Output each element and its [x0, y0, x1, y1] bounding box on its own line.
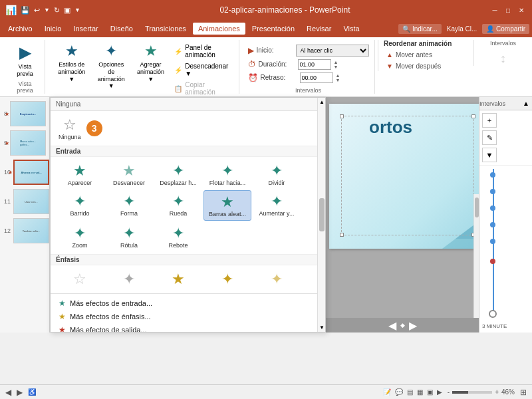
scroll-up-arrow[interactable]: ▲ — [318, 98, 325, 106]
timeline-collapse[interactable]: ▲ — [520, 100, 532, 107]
slide-thumb-11[interactable]: 11 Usar con... — [3, 188, 47, 215]
slide-preview-12[interactable]: Tambiar solis... — [13, 218, 49, 243]
notes-btn[interactable]: 📝 — [383, 388, 391, 396]
menu-inicio[interactable]: Inicio — [39, 23, 67, 35]
menu-vista[interactable]: Vista — [338, 23, 364, 35]
zoom-plus-btn[interactable]: + — [495, 388, 499, 396]
anim-aumentar[interactable]: ✦ Aumentar y... — [253, 190, 301, 221]
anim-aparecer[interactable]: ★ Aparecer — [56, 160, 104, 189]
anim-enfasis-2[interactable]: ✦ — [105, 268, 153, 291]
add-animation-btn[interactable]: ★ Agregaranimación ▼ — [132, 40, 169, 85]
inicio-icon: ▶ — [248, 46, 254, 55]
move-after-btn[interactable]: ▼ Mover después — [384, 61, 471, 71]
view-normal[interactable]: ▤ — [407, 388, 413, 396]
duracion-arrows[interactable]: ▲ ▼ — [334, 60, 338, 69]
anim-enfasis-4[interactable]: ✦ — [203, 268, 251, 291]
more-enfasis-link[interactable]: ★ Más efectos de énfasis... — [56, 310, 312, 323]
menu-transiciones[interactable]: Transiciones — [140, 23, 192, 35]
animation-options-btn[interactable]: ✦ Opciones deanimación ▼ — [92, 40, 129, 92]
menu-presentacion[interactable]: Presentación — [247, 23, 300, 35]
menu-insertar[interactable]: Insertar — [68, 23, 103, 35]
accessibility-icon[interactable]: ♿ — [28, 388, 36, 396]
anim-enfasis-3[interactable]: ★ — [154, 268, 202, 291]
anim-dividir[interactable]: ✦ Dividir — [253, 160, 301, 189]
slide-nav-next[interactable]: ▶ — [17, 388, 23, 397]
maximize-btn[interactable]: □ — [503, 5, 513, 15]
menu-animaciones[interactable]: Animaciones — [193, 23, 245, 35]
menu-archivo[interactable]: Archivo — [3, 23, 38, 35]
duracion-up[interactable]: ▲ — [334, 60, 338, 65]
timeline-filter-btn[interactable]: ▼ — [482, 148, 497, 162]
anim-barrido[interactable]: ✦ Barrido — [56, 190, 104, 221]
ribbon-group-intervals: Intervalos ↕ — [473, 40, 527, 66]
fit-slide-btn[interactable]: ⊞ — [520, 388, 527, 397]
user-label: Kayla Cl... — [447, 25, 477, 33]
undo-btn[interactable]: ↩ — [34, 6, 40, 15]
slide-preview-8[interactable]: Empieza tu... — [10, 101, 46, 126]
slide-preview-10[interactable]: Ahorca cre vol... — [13, 160, 49, 185]
more-entrada-link[interactable]: ★ Más efectos de entrada... — [56, 297, 312, 310]
view-reading[interactable]: ▣ — [427, 388, 433, 396]
move-before-btn[interactable]: ▲ Mover antes — [384, 50, 471, 60]
slide-prev-btn[interactable]: ◀ — [388, 319, 396, 332]
copy-animation-btn[interactable]: 📋Copiar animación — [172, 80, 233, 97]
menu-diseno[interactable]: Diseño — [105, 23, 138, 35]
zoom-slider[interactable] — [452, 391, 492, 394]
handle-tr[interactable] — [471, 114, 475, 118]
timeline-edit-btn[interactable]: ✎ — [482, 130, 497, 145]
handle-bl[interactable] — [340, 233, 344, 237]
animation-styles-btn[interactable]: ★ Estilos deanimación ▼ — [53, 40, 90, 85]
anim-enfasis-5[interactable]: ✦ — [253, 268, 301, 291]
menu-revisar[interactable]: Revisar — [301, 23, 336, 35]
handle-tl[interactable] — [340, 114, 344, 118]
slide-next-btn[interactable]: ▶ — [409, 319, 417, 332]
comments-btn[interactable]: 💬 — [395, 388, 403, 396]
slide-anim-badge-9: ★ — [5, 140, 9, 146]
timeline-add-btn[interactable]: + — [482, 113, 497, 128]
retraso-input[interactable] — [300, 72, 333, 83]
anim-zoom[interactable]: ✦ Zoom — [56, 222, 104, 251]
anim-rotula[interactable]: ✦ Rótula — [105, 222, 153, 251]
anim-flotar[interactable]: ✦ Flotar hacia... — [203, 160, 251, 189]
slide-preview-9[interactable]: Marco colro...golfes... — [10, 130, 46, 156]
inicio-select[interactable]: Al hacer clic Con anterior Después del a… — [296, 45, 369, 57]
anim-barras[interactable]: ★ Barras aleat... — [203, 190, 251, 221]
redo-btn[interactable]: ↻ — [54, 6, 60, 15]
anim-rebote[interactable]: ✦ Rebote — [154, 222, 202, 251]
slide-thumb-9[interactable]: 9 ★ Marco colro...golfes... — [3, 129, 47, 157]
retraso-up[interactable]: ▲ — [336, 73, 340, 78]
undo-arrow[interactable]: ▼ — [44, 7, 50, 13]
slide-thumb-12[interactable]: 12 Tambiar solis... — [3, 217, 47, 245]
minimize-btn[interactable]: ─ — [489, 5, 500, 15]
anim-enfasis-1[interactable]: ☆ — [56, 268, 104, 291]
view-slide-sorter[interactable]: ▦ — [417, 388, 423, 396]
dropdown-scrollbar[interactable]: ▲ ▼ — [317, 98, 325, 332]
scroll-down-arrow[interactable]: ▼ — [318, 323, 325, 332]
customize-arrow[interactable]: ▼ — [74, 7, 80, 13]
close-btn[interactable]: ✕ — [516, 5, 527, 15]
none-item[interactable]: ☆ Ninguna 3 — [56, 114, 312, 143]
trigger-btn[interactable]: ⚡Desencadenar ▼ — [172, 61, 233, 78]
retraso-arrows[interactable]: ▲ ▼ — [336, 73, 340, 82]
duracion-input[interactable] — [298, 59, 331, 70]
anim-desvanecer[interactable]: ★ Desvanecer — [105, 160, 153, 189]
anim-rueda[interactable]: ✦ Rueda — [154, 190, 202, 221]
zoom-minus-btn[interactable]: - — [448, 388, 450, 396]
preview-btn[interactable]: ▶ Vistaprevia — [12, 41, 39, 80]
slide-thumb-8[interactable]: 8 ★ Empieza tu... — [3, 100, 47, 128]
view-slideshow[interactable]: ▶ — [437, 388, 442, 396]
more-salida-link[interactable]: ★ Más efectos de salida... — [56, 323, 312, 332]
slide-preview-11[interactable]: Usar con... — [13, 189, 49, 214]
search-box[interactable]: 🔍 Indicar... — [398, 24, 442, 34]
slide-nav-prev[interactable]: ◀ — [5, 388, 11, 397]
anim-desplazar[interactable]: ✦ Desplazar h... — [154, 160, 202, 189]
custom-icon[interactable]: ▣ — [64, 6, 70, 15]
duracion-down[interactable]: ▼ — [334, 65, 338, 69]
animation-panel-btn[interactable]: ⚡Panel de animación — [172, 43, 233, 60]
ribbon: ▶ Vistaprevia Vista previa ★ Estilos dea… — [0, 37, 532, 97]
slide-thumb-10[interactable]: 10 ★ Ahorca cre vol... — [3, 158, 47, 186]
retraso-down[interactable]: ▼ — [336, 78, 340, 82]
share-btn[interactable]: 👤 Compartir — [482, 24, 529, 34]
anim-forma[interactable]: ✦ Forma — [105, 190, 153, 221]
quick-save[interactable]: 💾 — [21, 6, 30, 15]
